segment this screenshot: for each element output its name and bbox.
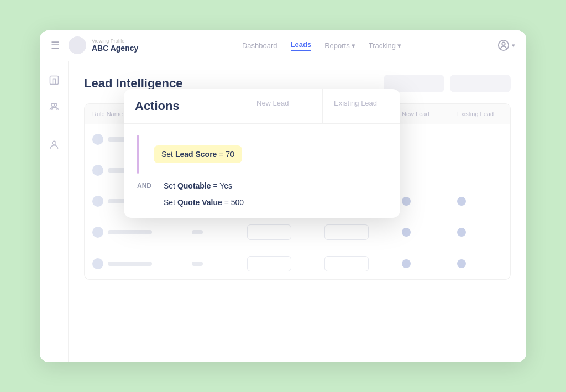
- content-area: Lead Intelligence Rule Name Level Condit…: [69, 61, 526, 362]
- td-existing-lead: [449, 165, 505, 176]
- td-level: [184, 224, 239, 240]
- nav-dashboard[interactable]: Dashboard: [242, 41, 277, 50]
- td-actions: [317, 250, 394, 277]
- status-dot: [402, 259, 411, 268]
- popup-header: Actions New Lead Existing Lead: [124, 89, 400, 124]
- nav-leads[interactable]: Leads: [291, 40, 312, 51]
- action-text-2: Set Quotable = Yes: [164, 181, 232, 190]
- td-conditions: [239, 250, 317, 277]
- user-icon-area[interactable]: ▾: [497, 39, 515, 51]
- row-dot: [92, 227, 103, 238]
- row-line: [108, 230, 152, 234]
- row-dash: [192, 262, 203, 266]
- popup-body: Set Lead Score = 70 AND Set Quotable = Y…: [124, 124, 400, 218]
- sidebar-divider: [48, 126, 61, 126]
- svg-rect-2: [50, 76, 58, 84]
- nav-chevron: ▾: [512, 42, 515, 49]
- app-window: ☰ Viewing Profile ABC Agency Dashboard L…: [40, 30, 526, 362]
- and-label: AND: [137, 182, 157, 190]
- top-nav: ☰ Viewing Profile ABC Agency Dashboard L…: [40, 30, 526, 61]
- main-layout: Lead Intelligence Rule Name Level Condit…: [40, 61, 526, 362]
- status-dot: [402, 228, 411, 237]
- svg-point-1: [502, 43, 505, 46]
- action-row-3: Set Quote Value = 500: [137, 198, 387, 207]
- td-existing-lead: [449, 222, 505, 242]
- row-dash: [192, 230, 203, 234]
- td-existing-lead: [449, 134, 505, 145]
- brand-avatar: [69, 36, 86, 54]
- row-box: [324, 224, 369, 240]
- td-new-lead: [394, 222, 449, 242]
- viewing-profile-label: Viewing Profile: [92, 38, 138, 44]
- brand-name: ABC Agency: [92, 44, 138, 53]
- vertical-bar: [137, 135, 139, 174]
- brand-area: Viewing Profile ABC Agency: [69, 36, 146, 54]
- td-extra: [505, 222, 511, 242]
- td-conditions: [239, 219, 317, 245]
- svg-point-5: [54, 103, 57, 106]
- td-level: [184, 256, 239, 271]
- row-dot: [92, 196, 103, 207]
- status-dot: [402, 197, 411, 206]
- nav-links: Dashboard Leads Reports ▾ Tracking ▾: [242, 40, 401, 51]
- page-title: Lead Intelligence: [84, 76, 183, 91]
- hamburger-icon[interactable]: ☰: [51, 39, 60, 51]
- td-rule-name: [85, 253, 184, 275]
- td-extra: [505, 196, 511, 207]
- actions-popup: Actions New Lead Existing Lead Set Lead …: [124, 89, 400, 218]
- person-icon[interactable]: [46, 137, 62, 153]
- chevron-down-icon: ▾: [352, 41, 355, 50]
- brand-info: Viewing Profile ABC Agency: [92, 38, 138, 53]
- popup-existing-lead-col: Existing Lead: [323, 89, 400, 123]
- row-dot: [92, 134, 103, 145]
- col-new-lead: New Lead: [394, 104, 449, 124]
- td-extra: [505, 258, 511, 269]
- status-dot: [457, 259, 466, 268]
- col-existing-lead: Existing Lead: [449, 104, 505, 124]
- status-dot: [457, 228, 466, 237]
- popup-actions-title: Actions: [124, 89, 245, 123]
- td-existing-lead: [449, 191, 505, 211]
- action-row-1: Set Lead Score = 70: [137, 135, 387, 174]
- building-icon[interactable]: [46, 72, 62, 88]
- action-row-2: AND Set Quotable = Yes: [137, 181, 387, 190]
- popup-new-lead-col: New Lead: [245, 89, 323, 123]
- td-existing-lead: [449, 254, 505, 274]
- row-box: [247, 224, 291, 240]
- td-new-lead: [394, 134, 449, 145]
- status-dot: [457, 197, 466, 206]
- svg-point-6: [52, 141, 56, 145]
- team-icon[interactable]: [46, 99, 62, 114]
- nav-tracking[interactable]: Tracking ▾: [369, 41, 401, 50]
- table-row[interactable]: [85, 248, 510, 279]
- header-button-2[interactable]: [450, 75, 511, 92]
- sidebar: [40, 61, 69, 362]
- td-actions: [317, 219, 394, 245]
- td-extra: [505, 134, 511, 145]
- td-new-lead: [394, 165, 449, 176]
- row-dot: [92, 165, 103, 176]
- td-rule-name: [85, 221, 184, 243]
- action-pill-1: Set Lead Score = 70: [154, 145, 242, 163]
- col-extra: [505, 104, 511, 124]
- row-box: [324, 256, 369, 271]
- td-extra: [505, 165, 511, 176]
- td-new-lead: [394, 254, 449, 274]
- row-box: [247, 256, 291, 271]
- row-dot: [92, 258, 103, 269]
- action-text-3: Set Quote Value = 500: [164, 198, 244, 207]
- user-circle-icon: [497, 39, 510, 51]
- row-line: [108, 262, 152, 266]
- nav-reports[interactable]: Reports ▾: [324, 41, 355, 50]
- table-row[interactable]: [85, 217, 510, 248]
- td-new-lead: [394, 191, 449, 211]
- chevron-down-icon: ▾: [397, 41, 401, 50]
- header-buttons: [384, 75, 511, 92]
